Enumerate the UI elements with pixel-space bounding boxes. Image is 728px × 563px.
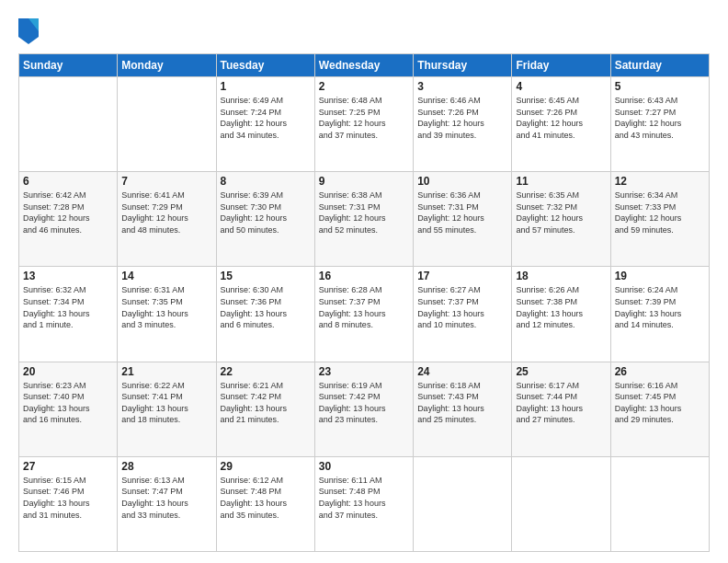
day-number: 30 [319,460,409,473]
day-number: 1 [221,80,311,93]
calendar-cell [414,456,512,551]
day-info: Sunrise: 6:31 AM Sunset: 7:35 PM Dayligh… [121,284,211,330]
day-number: 18 [516,270,606,282]
day-info: Sunrise: 6:39 AM Sunset: 7:30 PM Dayligh… [221,190,311,236]
calendar-cell: 30Sunrise: 6:11 AM Sunset: 7:48 PM Dayli… [314,456,413,551]
day-number: 27 [23,460,113,473]
day-number: 8 [221,175,311,188]
day-info: Sunrise: 6:43 AM Sunset: 7:27 PM Dayligh… [615,95,705,141]
calendar-cell: 2Sunrise: 6:48 AM Sunset: 7:25 PM Daylig… [314,77,413,172]
day-number: 16 [319,270,409,282]
calendar-cell: 20Sunrise: 6:23 AM Sunset: 7:40 PM Dayli… [19,362,118,456]
logo-icon [18,18,39,44]
day-info: Sunrise: 6:42 AM Sunset: 7:28 PM Dayligh… [23,190,113,236]
calendar-cell: 3Sunrise: 6:46 AM Sunset: 7:26 PM Daylig… [414,77,512,172]
day-number: 23 [319,365,409,378]
day-info: Sunrise: 6:16 AM Sunset: 7:45 PM Dayligh… [615,380,705,426]
calendar-cell: 14Sunrise: 6:31 AM Sunset: 7:35 PM Dayli… [118,267,216,362]
day-info: Sunrise: 6:46 AM Sunset: 7:26 PM Dayligh… [417,95,507,141]
day-number: 14 [121,270,211,282]
day-number: 26 [615,365,705,378]
calendar-cell [610,456,709,551]
day-info: Sunrise: 6:21 AM Sunset: 7:42 PM Dayligh… [221,380,311,426]
calendar-cell: 16Sunrise: 6:28 AM Sunset: 7:37 PM Dayli… [314,267,413,362]
day-info: Sunrise: 6:12 AM Sunset: 7:48 PM Dayligh… [221,475,311,521]
day-number: 10 [417,175,507,188]
day-header-wednesday: Wednesday [314,54,413,77]
page: SundayMondayTuesdayWednesdayThursdayFrid… [0,0,728,563]
day-info: Sunrise: 6:49 AM Sunset: 7:24 PM Dayligh… [221,95,311,141]
day-number: 5 [615,80,705,93]
calendar-cell: 9Sunrise: 6:38 AM Sunset: 7:31 PM Daylig… [314,172,413,267]
calendar-cell: 22Sunrise: 6:21 AM Sunset: 7:42 PM Dayli… [216,362,314,456]
calendar-cell: 17Sunrise: 6:27 AM Sunset: 7:37 PM Dayli… [414,267,512,362]
day-info: Sunrise: 6:30 AM Sunset: 7:36 PM Dayligh… [221,284,311,330]
calendar-cell: 23Sunrise: 6:19 AM Sunset: 7:42 PM Dayli… [314,362,413,456]
day-number: 29 [221,460,311,473]
day-number: 28 [121,460,211,473]
day-info: Sunrise: 6:18 AM Sunset: 7:43 PM Dayligh… [417,380,507,426]
day-info: Sunrise: 6:19 AM Sunset: 7:42 PM Dayligh… [319,380,409,426]
day-info: Sunrise: 6:17 AM Sunset: 7:44 PM Dayligh… [516,380,606,426]
day-info: Sunrise: 6:11 AM Sunset: 7:48 PM Dayligh… [319,475,409,521]
calendar-cell: 1Sunrise: 6:49 AM Sunset: 7:24 PM Daylig… [216,77,314,172]
day-number: 19 [615,270,705,282]
day-info: Sunrise: 6:36 AM Sunset: 7:31 PM Dayligh… [417,190,507,236]
calendar-week-3: 13Sunrise: 6:32 AM Sunset: 7:34 PM Dayli… [19,267,710,362]
day-number: 22 [221,365,311,378]
day-info: Sunrise: 6:41 AM Sunset: 7:29 PM Dayligh… [121,190,211,236]
day-header-monday: Monday [118,54,216,77]
calendar-cell: 27Sunrise: 6:15 AM Sunset: 7:46 PM Dayli… [19,456,118,551]
calendar-cell: 13Sunrise: 6:32 AM Sunset: 7:34 PM Dayli… [19,267,118,362]
day-number: 24 [417,365,507,378]
calendar-cell: 7Sunrise: 6:41 AM Sunset: 7:29 PM Daylig… [118,172,216,267]
calendar-cell: 12Sunrise: 6:34 AM Sunset: 7:33 PM Dayli… [610,172,709,267]
calendar-cell: 19Sunrise: 6:24 AM Sunset: 7:39 PM Dayli… [610,267,709,362]
day-header-sunday: Sunday [19,54,118,77]
day-info: Sunrise: 6:38 AM Sunset: 7:31 PM Dayligh… [319,190,409,236]
day-info: Sunrise: 6:45 AM Sunset: 7:26 PM Dayligh… [516,95,606,141]
calendar-week-5: 27Sunrise: 6:15 AM Sunset: 7:46 PM Dayli… [19,456,710,551]
day-info: Sunrise: 6:13 AM Sunset: 7:47 PM Dayligh… [121,475,211,521]
day-number: 13 [23,270,113,282]
day-info: Sunrise: 6:48 AM Sunset: 7:25 PM Dayligh… [319,95,409,141]
calendar-week-1: 1Sunrise: 6:49 AM Sunset: 7:24 PM Daylig… [19,77,710,172]
day-number: 11 [516,175,606,188]
day-number: 21 [121,365,211,378]
calendar-header-row: SundayMondayTuesdayWednesdayThursdayFrid… [19,54,710,77]
calendar-cell: 10Sunrise: 6:36 AM Sunset: 7:31 PM Dayli… [414,172,512,267]
header [18,17,710,44]
day-number: 15 [221,270,311,282]
calendar-cell: 25Sunrise: 6:17 AM Sunset: 7:44 PM Dayli… [512,362,610,456]
day-number: 2 [319,80,409,93]
day-number: 17 [417,270,507,282]
logo [18,17,40,44]
day-number: 6 [23,175,113,188]
calendar-cell: 29Sunrise: 6:12 AM Sunset: 7:48 PM Dayli… [216,456,314,551]
day-number: 9 [319,175,409,188]
calendar-week-4: 20Sunrise: 6:23 AM Sunset: 7:40 PM Dayli… [19,362,710,456]
calendar-cell: 18Sunrise: 6:26 AM Sunset: 7:38 PM Dayli… [512,267,610,362]
calendar-cell: 5Sunrise: 6:43 AM Sunset: 7:27 PM Daylig… [610,77,709,172]
calendar-cell: 26Sunrise: 6:16 AM Sunset: 7:45 PM Dayli… [610,362,709,456]
calendar-cell: 21Sunrise: 6:22 AM Sunset: 7:41 PM Dayli… [118,362,216,456]
calendar-cell: 11Sunrise: 6:35 AM Sunset: 7:32 PM Dayli… [512,172,610,267]
day-number: 7 [121,175,211,188]
calendar-cell: 15Sunrise: 6:30 AM Sunset: 7:36 PM Dayli… [216,267,314,362]
day-number: 25 [516,365,606,378]
calendar: SundayMondayTuesdayWednesdayThursdayFrid… [18,53,710,552]
day-header-tuesday: Tuesday [216,54,314,77]
calendar-cell: 6Sunrise: 6:42 AM Sunset: 7:28 PM Daylig… [19,172,118,267]
day-info: Sunrise: 6:27 AM Sunset: 7:37 PM Dayligh… [417,284,507,330]
day-info: Sunrise: 6:32 AM Sunset: 7:34 PM Dayligh… [23,284,113,330]
calendar-week-2: 6Sunrise: 6:42 AM Sunset: 7:28 PM Daylig… [19,172,710,267]
calendar-cell: 24Sunrise: 6:18 AM Sunset: 7:43 PM Dayli… [414,362,512,456]
day-info: Sunrise: 6:15 AM Sunset: 7:46 PM Dayligh… [23,475,113,521]
day-number: 3 [417,80,507,93]
calendar-cell [19,77,118,172]
calendar-cell: 4Sunrise: 6:45 AM Sunset: 7:26 PM Daylig… [512,77,610,172]
day-number: 20 [23,365,113,378]
day-info: Sunrise: 6:34 AM Sunset: 7:33 PM Dayligh… [615,190,705,236]
day-header-thursday: Thursday [414,54,512,77]
calendar-cell [118,77,216,172]
